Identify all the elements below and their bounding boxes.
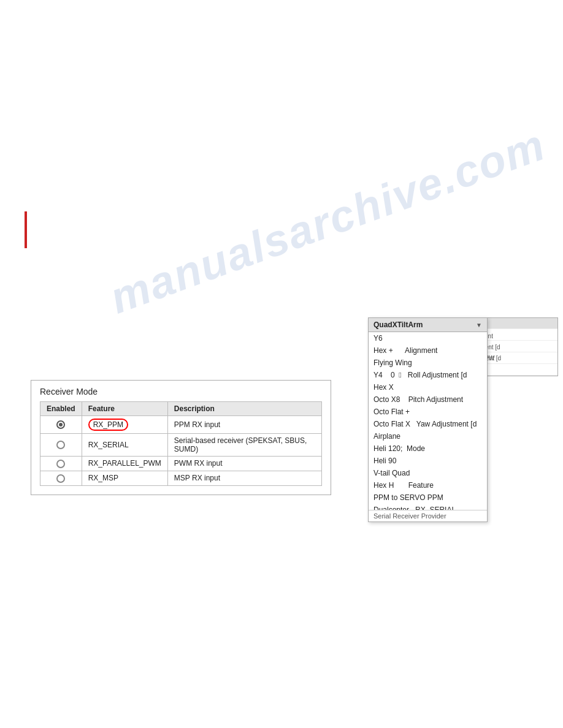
dropdown-item-octo-flat-x[interactable]: Octo Flat X Yaw Adjustment [d (369, 418, 487, 430)
feature-cell: RX_PPM (82, 416, 167, 434)
radio-cell[interactable] (40, 471, 82, 485)
left-accent-bar (25, 211, 27, 248)
receiver-mode-title: Receiver Mode (40, 387, 322, 396)
col-description: Description (167, 402, 321, 416)
radio-cell[interactable] (40, 457, 82, 471)
dropdown-arrow-icon: ▼ (476, 322, 482, 328)
radio-cell[interactable] (40, 416, 82, 434)
receiver-mode-panel: Receiver Mode Enabled Feature Descriptio… (31, 380, 331, 495)
col-enabled: Enabled (40, 402, 82, 416)
dropdown-item-hex-x[interactable]: Hex X (369, 381, 487, 393)
dropdown-item-octo-flat-plus[interactable]: Octo Flat + (369, 406, 487, 418)
radio-cell[interactable] (40, 434, 82, 457)
dropdown-title: QuadXTiltArm (373, 320, 423, 329)
dropdown-item-heli120[interactable]: Heli 120; Mode (369, 442, 487, 455)
dropdown-item-flying-wing[interactable]: Flying Wing (369, 357, 487, 369)
radio-rx-parallel[interactable] (56, 460, 65, 468)
dropdown-item-y4[interactable]: Y4 0 ⃝ Roll Adjustment [d (369, 369, 487, 381)
description-cell: MSP RX input (167, 471, 321, 485)
dropdown-item-octo-x8[interactable]: Octo X8 Pitch Adjustment (369, 393, 487, 406)
rx-ppm-label: RX_PPM (88, 419, 128, 431)
dropdown-header[interactable]: QuadXTiltArm ▼ (369, 318, 487, 332)
feature-cell: RX_MSP (82, 471, 167, 485)
description-cell: PWM RX input (167, 457, 321, 471)
table-row: RX_SERIAL Serial-based receiver (SPEKSAT… (40, 434, 322, 457)
feature-cell: RX_SERIAL (82, 434, 167, 457)
col-feature: Feature (82, 402, 167, 416)
craft-type-dropdown[interactable]: QuadXTiltArm ▼ Y6 Hex + Alignment Flying… (368, 317, 488, 522)
dropdown-item-heli90[interactable]: Heli 90 (369, 455, 487, 467)
dropdown-list[interactable]: Y6 Hex + Alignment Flying Wing Y4 0 ⃝ Ro… (369, 332, 487, 510)
radio-rx-ppm[interactable] (56, 420, 65, 429)
dropdown-footer-label: Serial Receiver Provider (369, 510, 487, 521)
radio-rx-msp[interactable] (56, 474, 65, 483)
receiver-mode-table: Enabled Feature Description RX_PPM PPM R… (40, 401, 322, 486)
dropdown-item-vtail[interactable]: V-tail Quad (369, 467, 487, 479)
dropdown-item-airplane[interactable]: Airplane (369, 430, 487, 442)
radio-rx-serial[interactable] (56, 441, 65, 449)
dropdown-item-ppm-servo[interactable]: PPM to SERVO PPM (369, 491, 487, 504)
table-row: RX_PARALLEL_PWM PWM RX input (40, 457, 322, 471)
dropdown-item-hex-h[interactable]: Hex H Feature (369, 479, 487, 491)
description-cell: PPM RX input (167, 416, 321, 434)
table-row: RX_MSP MSP RX input (40, 471, 322, 485)
dropdown-item-dualcopter[interactable]: Dualcopter RX_SERIAL (369, 504, 487, 510)
dropdown-item-hex-plus[interactable]: Hex + Alignment (369, 344, 487, 357)
feature-cell: RX_PARALLEL_PWM (82, 457, 167, 471)
dropdown-item-y6[interactable]: Y6 (369, 332, 487, 344)
description-cell: Serial-based receiver (SPEKSAT, SBUS, SU… (167, 434, 321, 457)
watermark: manualsarchive.com (104, 119, 552, 323)
table-row: RX_PPM PPM RX input (40, 416, 322, 434)
